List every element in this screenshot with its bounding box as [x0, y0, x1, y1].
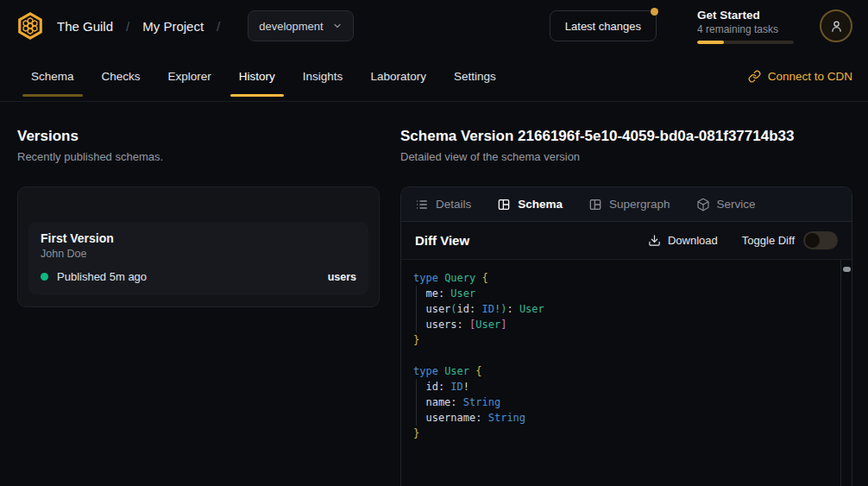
service-tag: users: [328, 271, 356, 283]
list-icon: [415, 198, 429, 211]
code-line: }: [413, 426, 840, 441]
panels-icon: [588, 198, 602, 211]
breadcrumb-separator: /: [126, 19, 129, 34]
target-navbar: SchemaChecksExplorerHistoryInsightsLabor…: [0, 52, 868, 102]
code-line: me: User: [413, 286, 840, 301]
nav-tab-insights[interactable]: Insights: [294, 52, 352, 101]
version-meta-row: Published 5m ago users: [41, 270, 356, 283]
nav-tab-label: Explorer: [168, 70, 211, 83]
connect-to-cdn-label: Connect to CDN: [768, 70, 852, 83]
code-line: [413, 348, 840, 363]
nav-tab-label: Insights: [303, 70, 343, 83]
published-status-dot: [41, 273, 48, 281]
code-line: id: ID!: [413, 379, 840, 394]
detail-tab-schema[interactable]: Schema: [497, 198, 563, 211]
versions-list-card: First Version John Doe Published 5m ago …: [17, 186, 380, 307]
connect-to-cdn-link[interactable]: Connect to CDN: [748, 70, 852, 83]
code-line: name: String: [413, 394, 840, 410]
version-author: John Doe: [41, 248, 356, 260]
detail-tab-label: Details: [436, 198, 471, 211]
version-detail-card: DetailsSchemaSupergraphService Diff View…: [400, 186, 852, 486]
version-detail-tabs: DetailsSchemaSupergraphService: [401, 187, 852, 222]
code-scrollbar-thumb[interactable]: [843, 267, 851, 272]
nav-tab-checks[interactable]: Checks: [93, 52, 149, 101]
code-line: user(id: ID!): User: [413, 301, 840, 317]
tab-underline: [22, 94, 83, 97]
chevron-down-icon: [332, 21, 343, 31]
get-started-progress-fill: [697, 41, 724, 44]
detail-tab-details[interactable]: Details: [415, 198, 471, 211]
app-header: The Guild / My Project / development Lat…: [0, 0, 868, 52]
hive-logo-icon[interactable]: [16, 11, 45, 41]
nav-tab-settings[interactable]: Settings: [445, 52, 505, 101]
breadcrumb-separator: /: [217, 19, 220, 34]
version-detail-title: Schema Version 2166196f-5e10-4059-bd0a-0…: [400, 126, 852, 147]
notification-dot: [651, 8, 658, 16]
nav-tab-label: History: [239, 70, 275, 83]
nav-tab-label: Laboratory: [370, 70, 426, 83]
detail-tab-label: Schema: [518, 198, 563, 211]
nav-tab-label: Schema: [31, 70, 74, 83]
detail-tab-service[interactable]: Service: [696, 198, 756, 211]
schema-code-viewer[interactable]: type Query { me: User user(id: ID!): Use…: [401, 260, 852, 486]
toggle-diff-switch[interactable]: [803, 231, 838, 249]
code-line: users: [User]: [413, 317, 840, 332]
get-started-subtitle: 4 remaining tasks: [697, 23, 794, 35]
nav-tab-label: Checks: [102, 70, 141, 83]
code-line: type User {: [413, 363, 840, 379]
nav-tab-explorer[interactable]: Explorer: [160, 52, 220, 101]
version-name: First Version: [41, 231, 356, 245]
versions-panel: Versions Recently published schemas. Fir…: [17, 126, 380, 307]
code-line: username: String: [413, 410, 840, 426]
download-label: Download: [668, 234, 718, 247]
code-line: }: [413, 332, 840, 348]
published-status-text: Published 5m ago: [57, 270, 147, 283]
latest-changes-label: Latest changes: [565, 20, 641, 33]
project-name[interactable]: My Project: [142, 19, 204, 34]
versions-title: Versions: [17, 126, 380, 147]
code-scrollbar[interactable]: [840, 260, 852, 486]
diff-toolbar: Diff View Download Toggle Diff: [401, 222, 852, 260]
nav-tab-label: Settings: [454, 70, 496, 83]
tab-underline: [230, 94, 284, 97]
nav-tab-laboratory[interactable]: Laboratory: [362, 52, 435, 101]
nav-tabs: SchemaChecksExplorerHistoryInsightsLabor…: [22, 52, 515, 101]
version-detail-subtitle: Detailed view of the schema version: [400, 148, 852, 165]
get-started-widget[interactable]: Get Started 4 remaining tasks: [697, 9, 794, 44]
code-line: type Query {: [413, 270, 840, 286]
toggle-diff-label: Toggle Diff: [742, 234, 795, 247]
version-list-item[interactable]: First Version John Doe Published 5m ago …: [28, 222, 368, 294]
get-started-progressbar: [697, 41, 794, 44]
version-detail-panel: Schema Version 2166196f-5e10-4059-bd0a-0…: [400, 126, 852, 486]
environment-value: development: [259, 20, 323, 33]
nav-tab-schema[interactable]: Schema: [22, 52, 83, 101]
versions-subtitle: Recently published schemas.: [17, 148, 380, 165]
get-started-title: Get Started: [697, 9, 794, 22]
environment-selector[interactable]: development: [248, 10, 353, 41]
detail-tab-label: Supergraph: [609, 198, 670, 211]
user-icon: [829, 19, 844, 34]
panels-icon: [497, 198, 511, 211]
detail-tab-label: Service: [717, 198, 756, 211]
link-icon: [748, 70, 761, 83]
toggle-knob: [805, 233, 820, 248]
download-icon: [648, 234, 661, 247]
download-button[interactable]: Download: [648, 234, 718, 247]
main-content: Versions Recently published schemas. Fir…: [0, 102, 868, 486]
nav-tab-history[interactable]: History: [230, 52, 284, 101]
diff-view-title: Diff View: [415, 233, 469, 248]
latest-changes-button[interactable]: Latest changes: [550, 10, 657, 41]
detail-tab-supergraph[interactable]: Supergraph: [588, 198, 670, 211]
cube-icon: [696, 198, 710, 211]
org-name[interactable]: The Guild: [57, 19, 113, 34]
schema-code: type Query { me: User user(id: ID!): Use…: [413, 270, 840, 441]
user-avatar[interactable]: [820, 9, 852, 42]
